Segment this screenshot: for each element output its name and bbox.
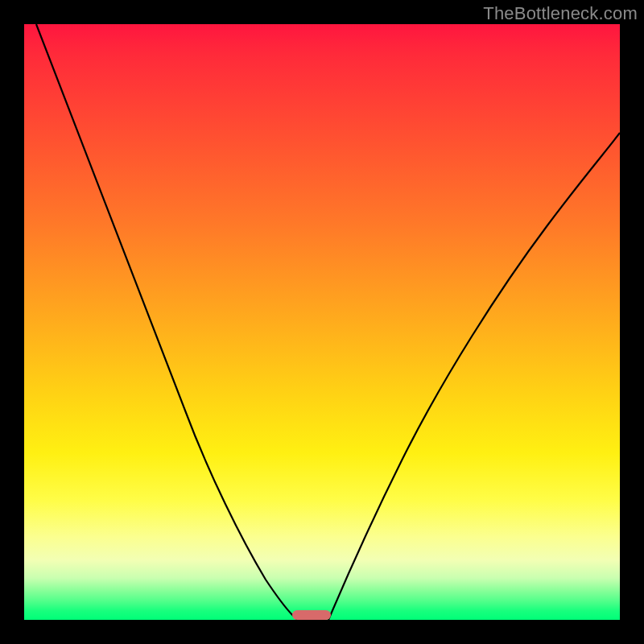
curve-layer bbox=[24, 24, 620, 620]
plot-area bbox=[24, 24, 620, 620]
watermark: TheBottleneck.com bbox=[483, 3, 638, 24]
chart-frame: TheBottleneck.com bbox=[0, 0, 644, 644]
right-curve bbox=[328, 133, 620, 620]
trough-marker bbox=[292, 610, 331, 620]
left-curve bbox=[36, 24, 298, 620]
